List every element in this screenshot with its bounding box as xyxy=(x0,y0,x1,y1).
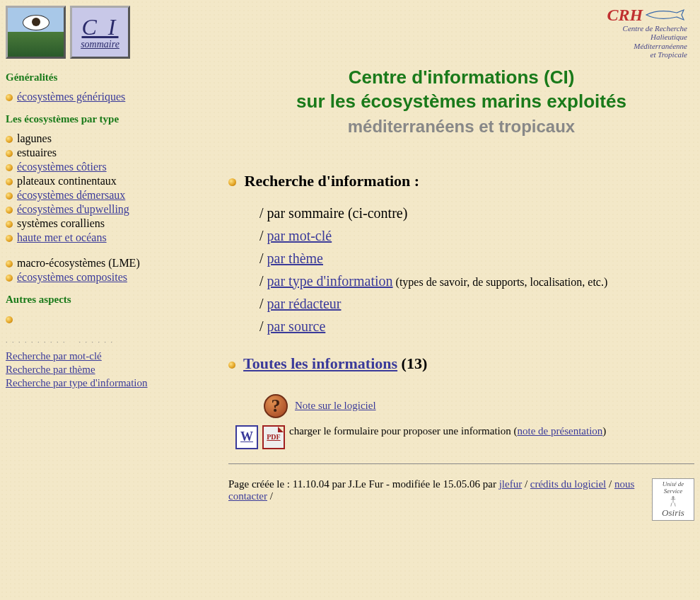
bullet-icon xyxy=(6,150,13,157)
bullet-icon xyxy=(6,178,13,185)
sidebar-search-link[interactable]: Recherche par mot-clé xyxy=(6,350,193,362)
sidebar-link[interactable]: écosystèmes côtiers xyxy=(17,161,107,173)
osiris-logo[interactable]: Unité de Service Osiris xyxy=(652,478,694,521)
page-title: Centre d'informations (CI) sur les écosy… xyxy=(228,66,694,137)
sidebar-link[interactable]: haute mer et océans xyxy=(17,231,107,243)
bullet-icon xyxy=(228,362,235,369)
sidebar: Généralités écosystèmes génériques Les é… xyxy=(6,62,200,521)
link-par-theme[interactable]: par thème xyxy=(267,250,323,266)
search-options: / par sommaire (ci-contre) / par mot-clé… xyxy=(259,202,694,338)
ci-label: C I xyxy=(82,14,119,40)
link-credits[interactable]: crédits du logiciel xyxy=(530,478,606,490)
bullet-icon xyxy=(6,235,13,242)
bullet-icon xyxy=(6,275,13,282)
link-par-mot-cle[interactable]: par mot-clé xyxy=(267,228,332,243)
footer: Unité de Service Osiris Page créée le : … xyxy=(228,478,694,502)
section-ecosystemes: Les écosystèmes par type xyxy=(6,113,193,125)
bullet-icon xyxy=(6,316,13,323)
bullet-icon xyxy=(6,207,13,214)
sidebar-label: plateaux continentaux xyxy=(17,175,117,187)
divider xyxy=(228,463,694,464)
bullet-icon xyxy=(6,164,13,171)
search-header: Recherche d'information : xyxy=(228,172,694,190)
main-content: Centre d'informations (CI) sur les écosy… xyxy=(200,62,694,521)
link-par-type[interactable]: par type d'information xyxy=(267,273,393,289)
section-autres: Autres aspects xyxy=(6,294,193,306)
sidebar-link[interactable]: écosystèmes d'upwelling xyxy=(17,203,129,215)
help-icon[interactable]: ? xyxy=(264,394,288,418)
sidebar-link[interactable]: écosystèmes composites xyxy=(17,271,127,283)
bullet-icon xyxy=(6,94,13,101)
link-note-logiciel[interactable]: Note sur le logiciel xyxy=(295,400,376,412)
bullet-icon xyxy=(6,221,13,228)
link-par-redacteur[interactable]: par rédacteur xyxy=(267,296,342,311)
fish-icon xyxy=(645,8,687,21)
opt-sommaire: / par sommaire (ci-contre) xyxy=(259,205,407,221)
bullet-icon xyxy=(6,136,13,143)
home-eye-icon[interactable] xyxy=(6,6,66,59)
link-note-presentation[interactable]: note de présentation xyxy=(518,425,603,437)
ci-sublabel: sommaire xyxy=(81,39,119,50)
bullet-icon xyxy=(6,192,13,200)
sidebar-label: systèmes coralliens xyxy=(17,217,105,229)
sidebar-link[interactable]: écosystèmes génériques xyxy=(17,91,125,103)
sidebar-label: lagunes xyxy=(17,132,52,144)
ci-sommaire-icon[interactable]: C I sommaire xyxy=(70,6,130,59)
word-doc-icon[interactable]: W xyxy=(235,425,258,449)
pdf-doc-icon[interactable]: PDF xyxy=(262,425,285,449)
bullet-icon xyxy=(6,260,13,267)
all-info-row: Toutes les informations (13) xyxy=(228,354,694,373)
sidebar-label: macro-écosystèmes (LME) xyxy=(17,257,140,269)
sidebar-search-link[interactable]: Recherche par type d'information xyxy=(6,377,193,389)
link-par-source[interactable]: par source xyxy=(267,318,326,334)
sidebar-label: estuaires xyxy=(17,146,57,158)
top-icon-bar: C I sommaire xyxy=(6,6,130,59)
form-text: charger le formulaire pour proposer une … xyxy=(289,425,518,437)
crh-acronym: CRH xyxy=(607,6,643,24)
sidebar-search-link[interactable]: Recherche par thème xyxy=(6,364,193,376)
separator: · · · · · · · · · · · · · · · · xyxy=(6,338,193,346)
bullet-icon xyxy=(228,178,236,186)
sidebar-link[interactable]: écosystèmes démersaux xyxy=(17,189,125,201)
crh-logo: CRH Centre de Recherche Halieutique Médi… xyxy=(607,6,694,59)
link-toutes-informations[interactable]: Toutes les informations xyxy=(243,354,397,372)
all-info-count: (13) xyxy=(397,354,427,372)
link-jlefur[interactable]: jlefur xyxy=(499,478,522,490)
section-generalites: Généralités xyxy=(6,71,193,83)
